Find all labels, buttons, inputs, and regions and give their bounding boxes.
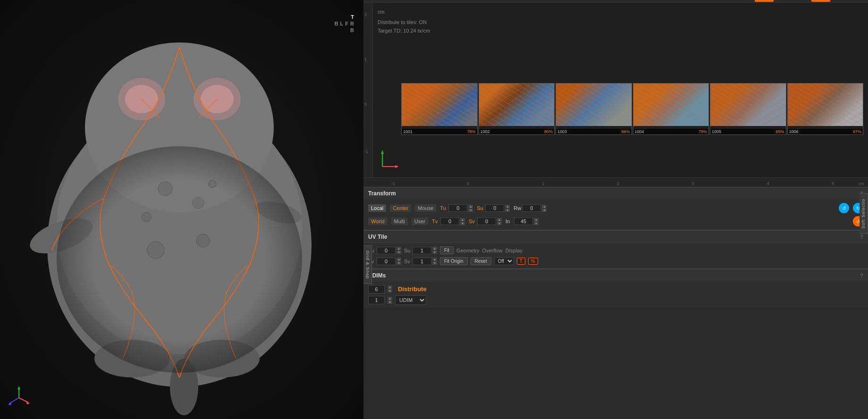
seam-overlay-2 — [479, 84, 555, 126]
geometry-label: Geometry — [456, 248, 479, 253]
tv-down[interactable]: ▼ — [460, 222, 465, 225]
viewport-3d[interactable]: T B L F R B — [0, 0, 363, 419]
world-button[interactable]: World — [368, 218, 388, 225]
ruler-mark-neg1: -1 — [364, 149, 368, 154]
ruler-h-2: 2 — [617, 181, 619, 186]
udim-dropdown[interactable]: UDIM UV Tile — [395, 295, 426, 305]
uv-tv-up[interactable]: ▲ — [396, 258, 401, 261]
svg-point-15 — [142, 212, 151, 222]
sv-label: Sv — [469, 218, 476, 224]
frog-model — [0, 0, 363, 419]
udims-row-2: ▲ ▼ UDIM UV Tile — [368, 295, 863, 305]
mouse-button[interactable]: Mouse — [415, 204, 436, 212]
uv-tile-1005[interactable]: 1005 65% — [710, 83, 786, 135]
multi-button[interactable]: Multi — [391, 218, 408, 225]
udims-udim-down[interactable]: ▼ — [388, 301, 392, 304]
uv-sv-down[interactable]: ▼ — [432, 261, 437, 265]
tv-input[interactable] — [440, 218, 459, 225]
uv-tile-1001[interactable]: 1001 78% — [401, 83, 478, 135]
local-button[interactable]: Local — [368, 204, 386, 212]
uv-su-down[interactable]: ▼ — [432, 251, 437, 254]
uv-tile-1005-label: 1005 65% — [710, 129, 786, 134]
sv-up[interactable]: ▲ — [497, 218, 502, 221]
uv-sv-up[interactable]: ▲ — [432, 258, 437, 261]
view-r: R — [350, 21, 354, 26]
off-dropdown[interactable]: Off On — [494, 257, 514, 265]
fit-button[interactable]: Fit — [440, 246, 454, 254]
center-button[interactable]: Center — [390, 204, 411, 212]
su-input[interactable] — [485, 204, 504, 212]
uv-tv-down[interactable]: ▼ — [396, 261, 401, 265]
su-spinners: ▲ ▼ — [505, 205, 510, 212]
ruler-h-3: 3 — [692, 181, 694, 186]
uv-tile-1003[interactable]: 1003 86% — [556, 83, 632, 135]
undo-button[interactable]: ↺ — [839, 203, 849, 213]
uv-tile-1002[interactable]: 1002 80% — [479, 83, 555, 135]
uv-tu-up[interactable]: ▲ — [396, 247, 401, 250]
uv-tile-title: UV Tile — [368, 234, 387, 240]
su-field: Su ▲ ▼ — [477, 204, 510, 212]
uv-tile-section: UV Tile ? Tu ▲ ▼ — [363, 230, 868, 268]
ruler-h-unit: cm — [859, 181, 864, 186]
su-up[interactable]: ▲ — [505, 205, 510, 208]
reset-button[interactable]: Reset — [471, 257, 491, 265]
distribute-button[interactable]: Distribute — [395, 285, 430, 293]
in-input[interactable] — [514, 218, 533, 225]
svg-point-12 — [57, 146, 302, 373]
uv-su-up[interactable]: ▲ — [432, 247, 437, 250]
svg-marker-28 — [395, 165, 399, 168]
fit-origin-button[interactable]: Fit Origin — [440, 257, 468, 265]
uv-tile-help[interactable]: ? — [860, 234, 863, 240]
tu-up[interactable]: ▲ — [468, 205, 473, 208]
axis-indicator — [7, 384, 31, 407]
view-f: F — [345, 21, 348, 26]
udims-count-input[interactable] — [368, 285, 385, 293]
udims-count-up[interactable]: ▲ — [388, 285, 392, 289]
seam-overlay-6 — [788, 84, 863, 126]
rw-down[interactable]: ▼ — [542, 209, 547, 212]
uv-tv-input[interactable] — [377, 258, 396, 265]
su-down[interactable]: ▼ — [505, 209, 510, 212]
uv-tu-down[interactable]: ▼ — [396, 251, 401, 254]
svg-marker-26 — [381, 150, 384, 154]
udims-help[interactable]: ? — [860, 273, 863, 278]
transform-controls: Local Center Mouse Tu ▲ ▼ Su — [363, 200, 868, 230]
sv-spinners: ▲ ▼ — [497, 218, 502, 225]
uv-tv-group: Tv ▲ ▼ — [368, 258, 401, 265]
in-up[interactable]: ▲ — [534, 218, 539, 221]
user-button[interactable]: User — [412, 218, 428, 225]
in-down[interactable]: ▼ — [534, 222, 539, 225]
pct-button[interactable]: % — [528, 258, 538, 265]
soft-selection-tab[interactable]: Soft Selectio — [860, 193, 868, 234]
uv-tile-1006[interactable]: 1006 67% — [787, 83, 864, 135]
uv-tile-section-header: UV Tile ? — [363, 230, 868, 243]
t-button[interactable]: T — [517, 258, 525, 265]
tu-input[interactable] — [448, 204, 467, 212]
seam-overlay-4 — [633, 84, 709, 126]
uv-su-input[interactable] — [413, 247, 431, 254]
rw-input[interactable] — [522, 204, 541, 212]
tu-down[interactable]: ▼ — [468, 209, 473, 212]
uv-tile-1006-label: 1006 67% — [788, 129, 863, 134]
udims-udim-up[interactable]: ▲ — [388, 297, 392, 300]
orange-indicator-1 — [811, 0, 830, 2]
uv-preview-area[interactable]: 2 1 0 -1 cm Distribute to tiles: ON Targ… — [363, 3, 868, 187]
udims-controls: ▲ ▼ Distribute ▲ ▼ UDIM UV Tile — [363, 282, 868, 308]
svg-marker-24 — [8, 402, 12, 405]
udims-count-down[interactable]: ▼ — [388, 289, 392, 293]
grid-snap-tab[interactable]: Grid & Snap — [363, 245, 372, 284]
sv-down[interactable]: ▼ — [497, 222, 502, 225]
uv-su-group: Su ▲ ▼ — [404, 247, 437, 254]
uv-tu-input[interactable] — [377, 247, 396, 254]
tu-spinners: ▲ ▼ — [468, 205, 473, 212]
svg-point-18 — [196, 234, 210, 247]
ruler-ticks: -1 0 1 2 3 4 5 cm — [368, 178, 868, 187]
uv-tile-1004[interactable]: 1004 79% — [633, 83, 709, 135]
udims-udim-number-input[interactable] — [368, 296, 385, 304]
uv-sv-input[interactable] — [413, 258, 431, 265]
ruler-h-4: 4 — [767, 181, 769, 186]
sv-input[interactable] — [477, 218, 496, 225]
uv-tile-1003-label: 1003 86% — [556, 129, 632, 134]
rw-up[interactable]: ▲ — [542, 205, 547, 208]
tv-up[interactable]: ▲ — [460, 218, 465, 221]
